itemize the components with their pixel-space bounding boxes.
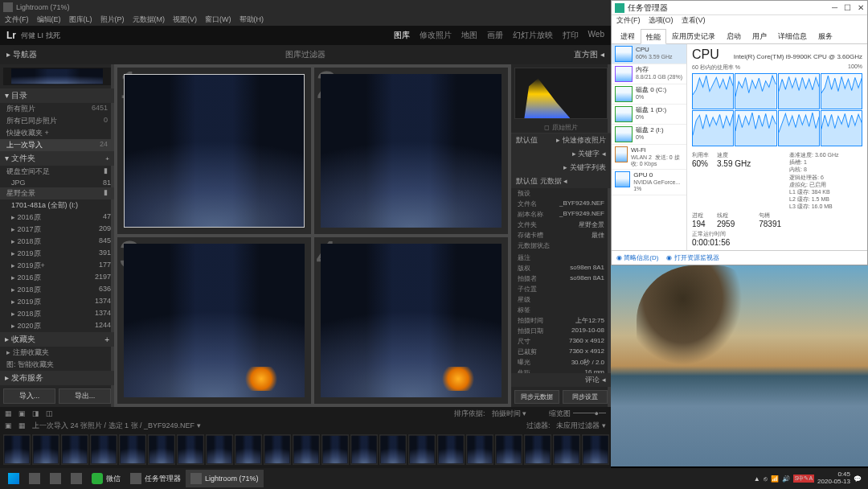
- metadata-row[interactable]: 标签: [511, 305, 611, 315]
- collection-row[interactable]: 图: 智能收藏夹: [0, 359, 114, 371]
- catalog-row[interactable]: 所有已同步照片0: [0, 115, 114, 127]
- grid-toolbar[interactable]: ▦ ▣ ◨ ◫ 排序依据: 拍摄时间 ▾ 缩览图 ━━━●━: [0, 407, 611, 420]
- quick-develop-header[interactable]: 默认值▸ 快速修改照片: [511, 134, 611, 147]
- menu-item[interactable]: 文件(F): [5, 14, 29, 26]
- lightroom-titlebar[interactable]: Lightroom (71%): [0, 0, 611, 14]
- metadata-row[interactable]: 文件夹星野全景: [511, 220, 611, 230]
- taskbar-item[interactable]: Lightroom (71%): [186, 470, 264, 487]
- filmstrip-thumb[interactable]: [293, 434, 320, 465]
- taskbar-item[interactable]: 微信: [87, 470, 125, 487]
- module-tab[interactable]: Web: [588, 30, 604, 41]
- tray-icon[interactable]: ▲: [754, 475, 760, 483]
- tab[interactable]: 应用历史记录: [666, 28, 721, 43]
- perf-sidebar[interactable]: CPU60% 3.59 GHz内存8.8/21.0 GB (28%)磁盘 0 (…: [612, 44, 687, 250]
- catalog-header[interactable]: ▾ 目录: [0, 88, 114, 103]
- grid-cell[interactable]: 2: [314, 68, 508, 234]
- notification-icon[interactable]: 💬: [854, 475, 862, 483]
- filmstrip-thumb[interactable]: [582, 434, 609, 465]
- filmstrip-thumb[interactable]: [524, 434, 551, 465]
- catalog-row[interactable]: 上一次导入24: [0, 139, 114, 151]
- navigator-header[interactable]: ▸ 导航器: [6, 49, 37, 60]
- filmstrip-thumb[interactable]: [3, 434, 31, 465]
- metadata-header[interactable]: 默认值 元数据 ◂: [511, 175, 611, 188]
- module-tab[interactable]: 打印: [563, 30, 579, 41]
- module-tab[interactable]: 地图: [461, 30, 477, 41]
- filmstrip-thumb[interactable]: [466, 434, 493, 465]
- folder-row[interactable]: ▸ 2019原1374: [0, 296, 114, 308]
- metadata-row[interactable]: 拍摄时间上午12:75: [511, 315, 611, 326]
- task-manager-titlebar[interactable]: 任务管理器 ─ ☐ ✕: [612, 1, 867, 15]
- volume-row[interactable]: 星野全景▮: [0, 187, 114, 199]
- perf-sidebar-item[interactable]: 内存8.8/21.0 GB (28%): [612, 64, 686, 84]
- collection-row[interactable]: ▸ 注册收藏夹: [0, 347, 114, 359]
- menu-item[interactable]: 编辑(E): [37, 14, 61, 26]
- menu-item[interactable]: 选项(O): [649, 15, 674, 28]
- sync-settings-button[interactable]: 同步设置: [563, 390, 608, 404]
- metadata-row[interactable]: 预设: [511, 188, 611, 199]
- sync-metadata-button[interactable]: 同步元数据: [514, 390, 559, 404]
- module-tab[interactable]: 修改照片: [420, 30, 452, 41]
- filmstrip-thumb[interactable]: [119, 434, 146, 465]
- filmstrip-thumb[interactable]: [177, 434, 204, 465]
- perf-sidebar-item[interactable]: CPU60% 3.59 GHz: [612, 44, 686, 64]
- compare-view-icon[interactable]: ◨: [32, 409, 39, 417]
- filmstrip[interactable]: [0, 431, 611, 468]
- histogram[interactable]: [514, 68, 608, 119]
- tab[interactable]: 详细信息: [772, 28, 813, 43]
- metadata-row[interactable]: 已裁剪7360 x 4912: [511, 347, 611, 357]
- secondary-display-icon[interactable]: ▣: [5, 421, 12, 429]
- metadata-row[interactable]: 元数据状态: [511, 240, 611, 251]
- minimize-icon[interactable]: ─: [832, 3, 837, 12]
- menu-item[interactable]: 帮助(H): [240, 14, 264, 26]
- ime-icon[interactable]: S中✎A: [793, 475, 814, 483]
- metadata-row[interactable]: 子位置: [511, 284, 611, 294]
- taskbar-item[interactable]: [24, 470, 45, 487]
- loupe-view-icon[interactable]: ▣: [18, 409, 26, 417]
- catalog-row[interactable]: 快捷收藏夹 +: [0, 127, 114, 139]
- maximize-icon[interactable]: ☐: [844, 3, 851, 12]
- filmstrip-thumb[interactable]: [350, 434, 378, 465]
- menu-item[interactable]: 查看(V): [682, 15, 706, 28]
- filmstrip-thumb[interactable]: [235, 434, 262, 465]
- menu-item[interactable]: 图库(L): [69, 14, 92, 26]
- drive-row[interactable]: 硬盘空间不足▮: [0, 166, 114, 178]
- filmstrip-thumb[interactable]: [90, 434, 117, 465]
- task-manager-menubar[interactable]: 文件(F)选项(O)查看(V): [612, 15, 867, 28]
- perf-sidebar-item[interactable]: 磁盘 1 (D:)0%: [612, 105, 686, 125]
- grid-view-icon[interactable]: ▦: [5, 409, 12, 417]
- network-icon[interactable]: 📶: [771, 475, 779, 483]
- lightroom-menubar[interactable]: 文件(F)编辑(E)图库(L)照片(P)元数据(M)视图(V)窗口(W)帮助(H…: [0, 14, 611, 26]
- tab[interactable]: 进程: [615, 28, 641, 43]
- close-icon[interactable]: ✕: [858, 3, 864, 12]
- folder-row[interactable]: ▸ 2018原845: [0, 236, 114, 248]
- grid-cell[interactable]: 1: [117, 68, 311, 234]
- perf-sidebar-item[interactable]: Wi-FiWLAN 2 发送: 0 接收: 0 Kbps: [612, 145, 686, 170]
- folder-row[interactable]: ▸ 2016原47: [0, 212, 114, 224]
- folders-header[interactable]: ▾ 文件夹+: [0, 151, 114, 166]
- metadata-row[interactable]: 拍摄日期2019-10-08: [511, 326, 611, 336]
- filmstrip-thumb[interactable]: [264, 434, 291, 465]
- folder-row[interactable]: ▸ 2019原391: [0, 248, 114, 260]
- library-grid[interactable]: 1234: [114, 64, 511, 407]
- filter-label[interactable]: 过滤器:: [526, 421, 551, 431]
- filmstrip-thumb[interactable]: [553, 434, 580, 465]
- export-button[interactable]: 导出...: [59, 388, 111, 404]
- metadata-row[interactable]: 题注: [511, 253, 611, 263]
- grid-cell[interactable]: 4: [314, 237, 508, 404]
- publish-header[interactable]: ▸ 发布服务: [0, 371, 114, 385]
- filmstrip-thumb[interactable]: [61, 434, 88, 465]
- folder-row[interactable]: ▸ 2020原1244: [0, 320, 114, 332]
- menu-item[interactable]: 照片(P): [100, 14, 125, 26]
- taskbar-item[interactable]: [45, 470, 66, 487]
- tray-icon[interactable]: ⎋: [764, 475, 768, 483]
- module-picker[interactable]: 图库修改照片地图画册幻灯片放映打印Web: [394, 30, 604, 41]
- menu-item[interactable]: 视图(V): [173, 14, 197, 26]
- tab[interactable]: 服务: [813, 28, 838, 43]
- tab[interactable]: 用户: [747, 28, 772, 43]
- filmstrip-thumb[interactable]: [495, 434, 522, 465]
- taskbar-item[interactable]: [66, 470, 87, 487]
- filmstrip-thumb[interactable]: [379, 434, 407, 465]
- metadata-row[interactable]: 文件名_BYF9249.NEF: [511, 199, 611, 209]
- filmstrip-thumb[interactable]: [32, 434, 59, 465]
- metadata-row[interactable]: 存储卡槽最佳: [511, 230, 611, 240]
